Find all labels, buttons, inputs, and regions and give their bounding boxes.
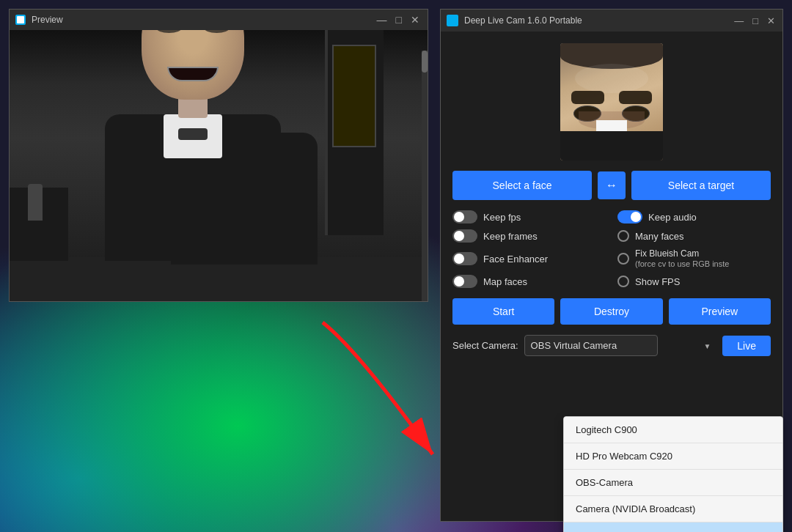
face-enhancer-label: Face Enhancer xyxy=(483,254,548,265)
dropdown-item-obs-virtual-camera[interactable]: OBS Virtual Camera xyxy=(564,522,782,532)
preview-content xyxy=(10,30,428,301)
svg-rect-0 xyxy=(17,16,24,23)
forehead xyxy=(575,64,648,93)
app-minimize-btn[interactable]: — xyxy=(733,15,745,26)
preview-app-icon xyxy=(15,15,26,25)
preview-button[interactable]: Preview xyxy=(669,298,771,325)
keep-frames-toggle[interactable] xyxy=(452,229,477,243)
preview-maximize-btn[interactable]: □ xyxy=(394,14,404,26)
option-keep-audio: Keep audio xyxy=(617,210,771,223)
control-buttons-row: Start Destroy Preview xyxy=(452,298,771,325)
select-face-button[interactable]: Select a face xyxy=(452,171,592,200)
keep-audio-toggle[interactable] xyxy=(617,210,642,223)
right-eyebrow xyxy=(619,91,652,104)
live-button[interactable]: Live xyxy=(722,336,771,356)
action-buttons-row: Select a face ↔ Select a target xyxy=(452,171,771,200)
window-shape xyxy=(332,45,376,147)
left-eyebrow xyxy=(571,91,604,104)
options-grid: Keep fps Keep audio Keep frames Many fac… xyxy=(452,210,771,288)
option-face-enhancer: Face Enhancer xyxy=(452,248,606,269)
many-faces-radio[interactable] xyxy=(617,230,629,242)
option-many-faces: Many faces xyxy=(617,229,771,243)
camera-dropdown-menu: Logitech C900 HD Pro Webcam C920 OBS-Cam… xyxy=(563,416,783,532)
show-fps-radio[interactable] xyxy=(617,276,629,287)
preview-title: Preview xyxy=(32,15,369,25)
movie-frame xyxy=(10,30,428,301)
camera-label: Select Camera: xyxy=(452,340,518,351)
bottle xyxy=(28,184,43,221)
face-display-section xyxy=(452,43,771,160)
preview-scrollbar[interactable] xyxy=(422,51,428,301)
keep-frames-label: Keep frames xyxy=(483,231,538,242)
option-keep-frames: Keep frames xyxy=(452,229,606,243)
person-figure xyxy=(83,56,303,261)
preview-window-controls: — □ ✕ xyxy=(375,14,422,26)
fix-blueish-radio[interactable] xyxy=(617,253,629,265)
bowtie xyxy=(178,128,208,140)
option-keep-fps: Keep fps xyxy=(452,210,606,223)
option-map-faces: Map faces xyxy=(452,275,606,288)
many-faces-label: Many faces xyxy=(635,231,683,242)
map-faces-toggle[interactable] xyxy=(452,275,477,288)
preview-close-btn[interactable]: ✕ xyxy=(408,14,422,26)
preview-titlebar: Preview — □ ✕ xyxy=(10,10,428,30)
face-image-box xyxy=(560,43,663,160)
preview-window: Preview — □ ✕ xyxy=(9,9,428,302)
app-title: Deep Live Cam 1.6.0 Portable xyxy=(464,15,727,26)
face-area xyxy=(142,30,244,100)
elon-face-image xyxy=(560,43,663,160)
option-show-fps: Show FPS xyxy=(617,275,771,288)
option-fix-blueish: Fix Blueish Cam(force cv to use RGB inst… xyxy=(617,248,771,269)
camera-select-input[interactable]: OBS Virtual Camera Logitech C900 HD Pro … xyxy=(524,335,658,356)
keep-fps-label: Keep fps xyxy=(483,212,521,223)
dropdown-item-obs-camera[interactable]: OBS-Camera xyxy=(564,470,782,496)
camera-selection-row: Select Camera: OBS Virtual Camera Logite… xyxy=(452,335,771,356)
app-icon xyxy=(447,15,458,26)
swap-button[interactable]: ↔ xyxy=(598,171,626,199)
dropdown-item-nvidia-broadcast[interactable]: Camera (NVIDIA Broadcast) xyxy=(564,496,782,522)
map-faces-label: Map faces xyxy=(483,276,527,287)
preview-scrollbar-thumb[interactable] xyxy=(422,51,428,73)
destroy-button[interactable]: Destroy xyxy=(560,298,662,325)
dropdown-item-hd-webcam-c920[interactable]: HD Pro Webcam C920 xyxy=(564,443,782,470)
app-window-controls: — □ ✕ xyxy=(733,15,777,26)
app-titlebar: Deep Live Cam 1.6.0 Portable — □ ✕ xyxy=(441,10,782,32)
app-maximize-btn[interactable]: □ xyxy=(751,15,760,26)
app-close-btn[interactable]: ✕ xyxy=(766,15,777,26)
head-shape xyxy=(142,30,244,100)
preview-minimize-btn[interactable]: — xyxy=(375,14,389,26)
elon-suit xyxy=(560,131,663,160)
fix-blueish-label: Fix Blueish Cam(force cv to use RGB inst… xyxy=(635,248,729,269)
mouth xyxy=(167,67,219,81)
camera-select-wrapper: OBS Virtual Camera Logitech C900 HD Pro … xyxy=(524,335,717,356)
dropdown-item-logitech-c900[interactable]: Logitech C900 xyxy=(564,417,782,443)
show-fps-label: Show FPS xyxy=(635,276,680,287)
select-target-button[interactable]: Select a target xyxy=(631,171,771,200)
keep-audio-label: Keep audio xyxy=(648,212,697,223)
keep-fps-toggle[interactable] xyxy=(452,210,477,223)
face-enhancer-toggle[interactable] xyxy=(452,252,477,265)
start-button[interactable]: Start xyxy=(452,298,554,325)
